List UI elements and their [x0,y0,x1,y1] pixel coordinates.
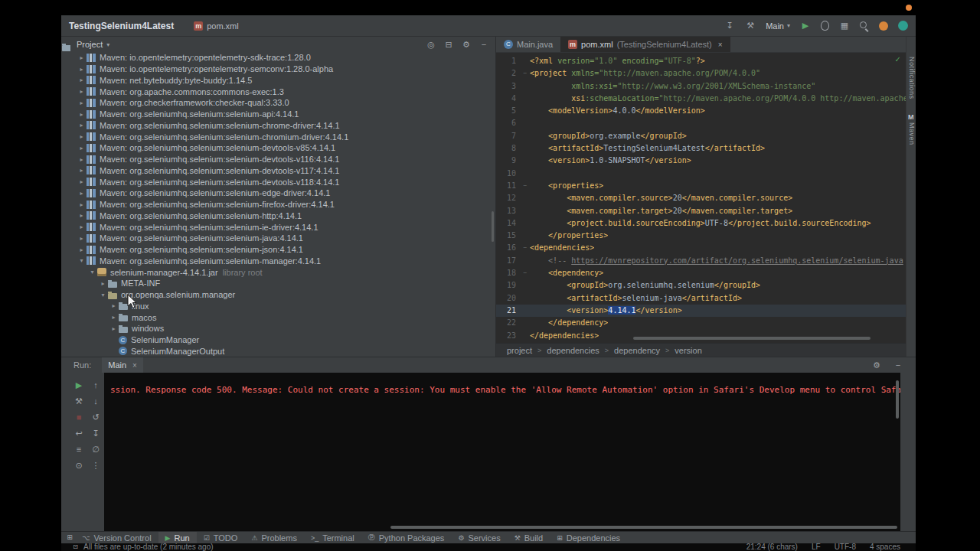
settings-icon[interactable] [879,21,888,31]
tree-item[interactable]: ▸Maven: org.seleniumhq.selenium:selenium… [70,233,495,244]
tree-item[interactable]: ▸META-INF [70,278,495,289]
code-line[interactable]: 16−<dependencies> [496,242,906,254]
code-line[interactable]: 3 xmlns:xsi="http://www.w3.org/2001/XMLS… [496,80,906,93]
tree-item[interactable]: ▸windows [70,323,495,334]
locate-file-icon[interactable]: ◎ [426,39,436,50]
tree-item[interactable]: ▸Maven: org.seleniumhq.selenium:selenium… [70,154,495,165]
chevron-right-icon[interactable]: ▸ [77,145,87,152]
tree-item[interactable]: ▸macos [70,311,495,323]
code-line[interactable]: 8 <artifactId>TestingSelenium4Latest</ar… [496,142,906,155]
code-line[interactable]: 11− <properties> [496,180,906,192]
navigate-down-icon[interactable]: ↓ [90,396,101,407]
print-icon[interactable]: ≡ [74,445,84,455]
breadcrumb-item[interactable]: version [675,346,701,355]
tool-window-tab[interactable]: ⚠Problems [244,532,304,543]
run-config-selector[interactable]: Main ▾ [766,21,790,31]
chevron-right-icon[interactable]: ▸ [109,314,119,321]
fold-marker[interactable]: − [521,67,530,80]
chevron-right-icon[interactable]: ▸ [109,325,119,332]
tree-item[interactable]: ▸Maven: org.seleniumhq.selenium:selenium… [70,176,495,187]
navigate-up-icon[interactable]: ↑ [90,380,101,391]
run-console[interactable]: ssion. Response code 500. Message: Could… [104,373,900,531]
tree-item[interactable]: ▾selenium-manager-4.14.1.jarlibrary root [70,266,495,278]
code-line[interactable]: 19 <groupId>org.seleniumhq.selenium</gro… [496,279,906,292]
code-line[interactable]: 22 </dependency> [496,317,906,329]
tool-window-tab[interactable]: ⌥Version Control [75,532,158,543]
tool-window-tab[interactable]: ▶Run [158,532,197,543]
chevron-down-icon[interactable]: ▾ [98,292,108,298]
chevron-right-icon[interactable]: ▸ [77,54,87,61]
status-item[interactable]: UTF-8 [835,543,856,551]
chevron-right-icon[interactable]: ▸ [77,88,87,95]
run-tab-main[interactable]: Main × [102,357,143,373]
code-line[interactable]: 2−<project xmlns="http://maven.apache.or… [496,67,906,80]
stripe-notifications-tab[interactable]: Notifications [908,57,916,99]
tree-item[interactable]: ▸Maven: net.bytebuddy:byte-buddy:1.14.5 [70,75,495,86]
stop-button[interactable]: ■ [74,412,84,423]
chevron-right-icon[interactable]: ▸ [77,178,87,185]
chevron-right-icon[interactable]: ▸ [77,201,87,208]
inspections-ok-icon[interactable]: ✓ [895,55,901,64]
tree-item[interactable]: ▾Maven: org.seleniumhq.selenium:selenium… [70,256,495,267]
clear-all-icon[interactable]: ∅ [90,445,101,455]
chevron-right-icon[interactable]: ▸ [77,212,87,219]
tree-item[interactable]: ▸Maven: org.seleniumhq.selenium:selenium… [70,120,495,132]
code-line[interactable]: 21 <version>4.14.1</version> [496,305,906,317]
status-item[interactable]: 4 spaces [870,543,900,551]
tree-item[interactable]: ▸Maven: org.seleniumhq.selenium:selenium… [70,199,495,210]
tool-window-layout-icon[interactable]: ⊞ [64,533,75,543]
tree-item[interactable]: ▸Maven: org.seleniumhq.selenium:selenium… [70,131,495,142]
rerun-button[interactable]: ▶ [74,380,84,391]
close-icon[interactable]: × [718,41,723,49]
tree-item[interactable]: ▸Maven: org.apache.commons:commons-exec:… [70,86,495,97]
console-hscrollbar[interactable] [390,526,897,529]
soft-wrap-icon[interactable]: ↩ [74,429,84,439]
code-line[interactable]: 10 [496,168,906,180]
chevron-right-icon[interactable]: ▸ [77,167,87,174]
build-tools-icon[interactable]: ⚒ [74,396,84,407]
code-line[interactable]: 4 xsi:schemaLocation="http://maven.apach… [496,93,906,105]
tool-window-tab[interactable]: ⚙Services [451,532,507,543]
tree-item[interactable]: ▸Maven: io.opentelemetry:opentelemetry-s… [70,52,495,64]
fold-marker[interactable]: − [521,267,530,279]
breadcrumb-item[interactable]: project [507,346,532,355]
breadcrumb-item[interactable]: dependency [614,346,660,355]
pin-tab-icon[interactable]: ⊙ [74,461,84,471]
chevron-right-icon[interactable]: ▸ [77,122,87,129]
tool-window-tab[interactable]: ☑TODO [197,532,245,543]
build-icon[interactable]: ⚒ [745,21,756,31]
tree-item[interactable]: ▸Maven: org.seleniumhq.selenium:selenium… [70,165,495,177]
code-line[interactable]: 6 [496,117,906,129]
code-line[interactable]: 9 <version>1.0-SNAPSHOT</version> [496,155,906,167]
tree-item[interactable]: ▸Maven: org.seleniumhq.selenium:selenium… [70,109,495,120]
tool-window-tab[interactable]: ⓟPython Packages [361,532,452,543]
chevron-down-icon[interactable]: ▾ [77,257,87,264]
run-settings-gear-icon[interactable]: ⚙ [871,360,882,370]
code-line[interactable]: 13 <maven.compiler.target>20</maven.comp… [496,205,906,217]
update-project-icon[interactable]: ↧ [724,21,735,31]
status-item[interactable]: LF [812,543,821,551]
project-scrollbar[interactable] [492,211,494,242]
more-options-icon[interactable]: ⋮ [90,461,101,471]
editor-tab[interactable]: Main.java [496,37,560,52]
scroll-to-end-icon[interactable]: ↧ [90,429,101,439]
chevron-right-icon[interactable]: ▸ [77,235,87,242]
code-line[interactable]: 5 <modelVersion>4.0.0</modelVersion> [496,105,906,117]
chevron-right-icon[interactable]: ▸ [77,246,87,253]
tool-window-tab[interactable]: ⊞Dependencies [550,532,627,543]
code-line[interactable]: 15 </properties> [496,230,906,242]
tree-item[interactable]: SeleniumManager [70,334,495,346]
tree-item[interactable]: ▸Maven: org.seleniumhq.selenium:selenium… [70,187,495,199]
fold-marker[interactable]: − [521,242,530,254]
code-line[interactable]: 12 <maven.compiler.source>20</maven.comp… [496,192,906,204]
hide-panel-icon[interactable]: − [479,39,489,50]
chevron-right-icon[interactable]: ▸ [77,190,87,197]
fold-marker[interactable]: − [521,180,530,192]
tree-item[interactable]: ▸Maven: io.opentelemetry:opentelemetry-s… [70,64,495,75]
user-avatar[interactable] [898,21,908,31]
chevron-right-icon[interactable]: ▸ [77,66,87,73]
chevron-right-icon[interactable]: ▸ [77,133,87,140]
tree-item[interactable]: ▸Maven: org.seleniumhq.selenium:selenium… [70,210,495,222]
stripe-maven-tab[interactable]: Maven [908,122,916,145]
code-line[interactable]: 14 <project.build.sourceEncoding>UTF-8</… [496,217,906,230]
